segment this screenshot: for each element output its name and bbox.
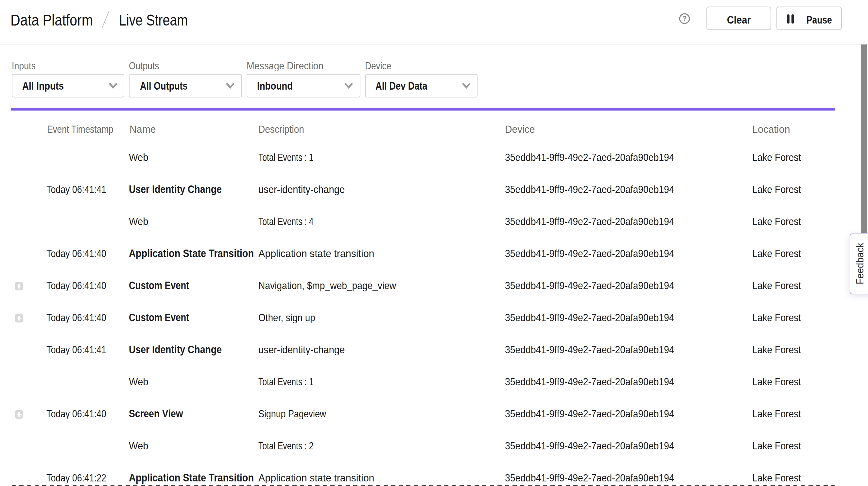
svg-text:?: ? [682,14,686,22]
